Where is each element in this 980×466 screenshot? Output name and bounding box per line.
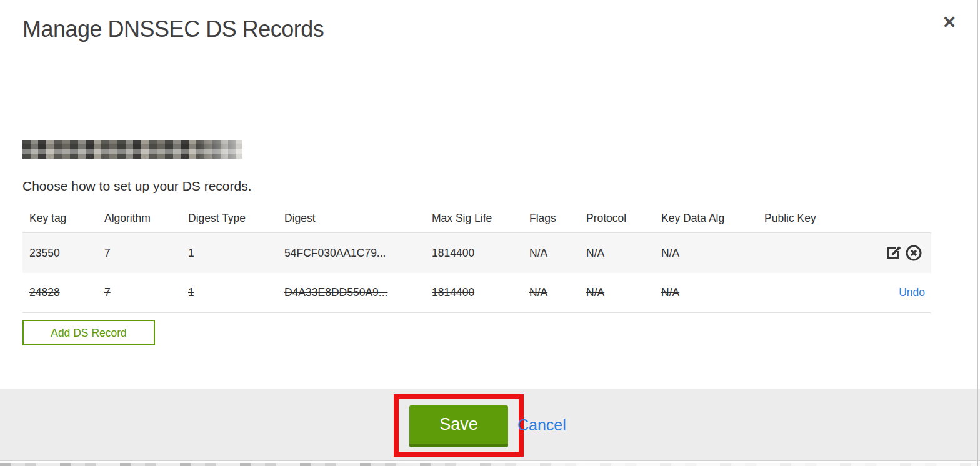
background-page-remnant [0,463,980,466]
cell-key-tag: 23550 [29,247,104,260]
undo-link[interactable]: Undo [899,286,931,299]
ds-records-table: Key tag Algorithm Digest Type Digest Max… [22,204,931,313]
cell-key-tag: 24828 [29,286,104,299]
add-ds-record-button[interactable]: Add DS Record [22,320,155,345]
cell-max-sig-life: 1814400 [432,247,529,260]
edit-record-icon[interactable] [885,244,902,262]
close-icon[interactable]: ✕ [939,12,959,32]
header-key-data-alg: Key Data Alg [661,212,764,225]
modal-right-border [977,0,978,466]
table-row: 23550 7 1 54FCF030AA1C79... 1814400 N/A … [22,233,931,273]
header-flags: Flags [529,212,586,225]
row-actions [885,244,931,262]
cell-flags: N/A [529,286,586,299]
header-key-tag: Key tag [29,212,104,225]
page-title: Manage DNSSEC DS Records [22,16,324,42]
cell-digest: D4A33E8DD550A9... [284,286,432,299]
modal-footer: Save Cancel [0,389,980,461]
cancel-link[interactable]: Cancel [518,389,566,461]
header-public-key: Public Key [764,212,839,225]
cell-key-data-alg: N/A [661,286,764,299]
table-row-deleted: 24828 7 1 D4A33E8DD550A9... 1814400 N/A … [22,273,931,313]
header-max-sig-life: Max Sig Life [432,212,529,225]
cell-digest-type: 1 [188,247,284,260]
cell-algorithm: 7 [104,247,188,260]
delete-record-icon[interactable] [905,244,922,262]
cell-max-sig-life: 1814400 [432,286,529,299]
cell-algorithm: 7 [104,286,188,299]
header-protocol: Protocol [586,212,661,225]
header-digest: Digest [284,212,432,225]
cell-flags: N/A [529,247,586,260]
header-digest-type: Digest Type [188,212,284,225]
cell-digest: 54FCF030AA1C79... [284,247,432,260]
cell-digest-type: 1 [188,286,284,299]
table-header-row: Key tag Algorithm Digest Type Digest Max… [22,204,931,233]
cell-key-data-alg: N/A [661,247,764,260]
cell-protocol: N/A [586,286,661,299]
instruction-text: Choose how to set up your DS records. [22,179,252,194]
cell-protocol: N/A [586,247,661,260]
header-algorithm: Algorithm [104,212,188,225]
save-button[interactable]: Save [409,405,508,447]
redacted-domain-name [22,140,242,159]
